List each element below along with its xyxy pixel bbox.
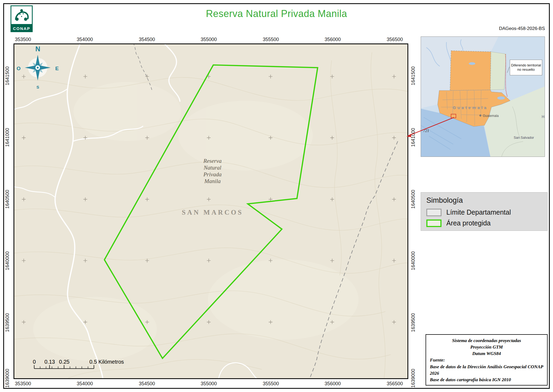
grid-coordinate-top: 355500 <box>263 37 279 42</box>
grid-coordinate-top: 353500 <box>15 37 31 42</box>
reserve-name-line: Reserva <box>203 158 222 164</box>
compass-east-label: E <box>55 66 59 72</box>
reserve-name-line: Privada <box>203 171 222 178</box>
grid-coordinate-top: 354500 <box>139 37 155 42</box>
grid-coordinate-top: 356500 <box>387 37 403 42</box>
compass-north-label: N <box>35 45 40 53</box>
peten-shape <box>450 51 491 90</box>
protected-area-swatch <box>426 219 441 227</box>
grid-coordinate-bottom: 354000 <box>77 381 93 387</box>
reserve-name-line: Natural <box>203 164 222 171</box>
grid-coordinate-top: 354000 <box>77 37 93 42</box>
grid-coordinate-right: 1641500 <box>410 66 416 85</box>
department-name-label: SAN MARCOS <box>182 209 243 216</box>
grid-coordinate-right: 1640500 <box>410 190 416 209</box>
grid-coordinate-bottom: 355000 <box>201 381 217 387</box>
grid-coordinate-bottom: 353500 <box>15 381 31 387</box>
grid-coordinate-bottom: 356000 <box>325 381 341 387</box>
grid-coordinate-left: 1639000 <box>5 369 10 388</box>
legend-item-protected-area: Área protegida <box>426 219 542 227</box>
grid-coordinate-bottom: 356500 <box>387 381 403 387</box>
legend-title: Simbología <box>426 196 542 205</box>
inset-ref-number: 721 <box>423 129 429 133</box>
credits-source-2: Base de datos cartografía básica IGN 201… <box>430 377 543 383</box>
credits-coordinate-system: Sistema de coordenadas proyectadas <box>430 337 543 344</box>
scale-tick-label: 0.25 <box>59 359 70 365</box>
credits-projection: Proyección GTM <box>430 344 543 350</box>
capital-city-dot <box>480 115 481 116</box>
compass-south-label: S <box>36 85 39 89</box>
credits-source-1: Base de datos de la Dirección Análisis G… <box>430 364 543 377</box>
legend-item-label: Límite Departamental <box>446 208 511 216</box>
grid-coordinate-left: 1640500 <box>5 190 10 209</box>
grid-coordinate-right: 1640000 <box>410 251 416 270</box>
grid-coordinate-right: 1639000 <box>410 369 416 388</box>
credits-datum: Datum WGS84 <box>430 350 543 357</box>
grid-coordinate-left: 1639500 <box>5 313 10 332</box>
reserve-name-line: Manila <box>203 178 222 185</box>
conap-logo-text: CONAP <box>11 25 33 32</box>
legend-item-label: Área protegida <box>446 219 491 227</box>
grid-coordinate-left: 1641000 <box>5 128 10 147</box>
compass-west-label: O <box>17 66 21 72</box>
page-title: Reserva Natural Privada Manila <box>0 8 553 19</box>
protected-area-name-label: Reserva Natural Privada Manila <box>203 158 222 185</box>
scale-tick-label: 0 <box>33 359 36 365</box>
belize-shape <box>490 52 506 90</box>
grid-coordinate-bottom: 354500 <box>139 381 155 387</box>
grid-coordinate-top: 356000 <box>325 37 341 42</box>
inset-country-label: Guatemala <box>453 105 488 110</box>
credits-source-heading: Fuente: <box>430 357 543 363</box>
jaguar-icon <box>14 8 30 22</box>
conap-logo: CONAP <box>11 5 33 32</box>
departmental-boundary-swatch <box>426 209 441 216</box>
legend-item-departmental-boundary: Límite Departamental <box>426 208 542 216</box>
scale-unit-label: 0.5 Kilómetros <box>89 359 124 365</box>
document-id: DAGeos-458-2026-BS <box>499 26 545 31</box>
grid-coordinate-right: 1639500 <box>410 313 416 332</box>
map-credits: Sistema de coordenadas proyectadas Proye… <box>426 334 548 386</box>
legend: Simbología Límite Departamental Área pro… <box>421 192 548 231</box>
territorial-dispute-callout: Diferendo territorial no resuelto <box>510 60 542 75</box>
location-inset-map: Diferendo territorial no resuelto Guatem… <box>421 36 545 157</box>
inset-san-salvador-label: San Salvador <box>514 136 534 140</box>
grid-coordinate-left: 1641500 <box>5 66 10 85</box>
grid-coordinate-left: 1640000 <box>5 251 10 270</box>
main-map: N O E S Reserva Natural Privada Manila S… <box>14 43 408 379</box>
grid-coordinate-bottom: 355500 <box>263 381 279 387</box>
conap-logo-emblem <box>11 5 33 25</box>
inset-honduras-label: Ho <box>542 114 545 119</box>
grid-coordinate-top: 355000 <box>201 37 217 42</box>
scale-tick-label: 0.13 <box>45 359 55 365</box>
grid-coordinate-right: 1641000 <box>410 128 416 147</box>
inset-capital-label: Guatemala <box>483 114 499 118</box>
